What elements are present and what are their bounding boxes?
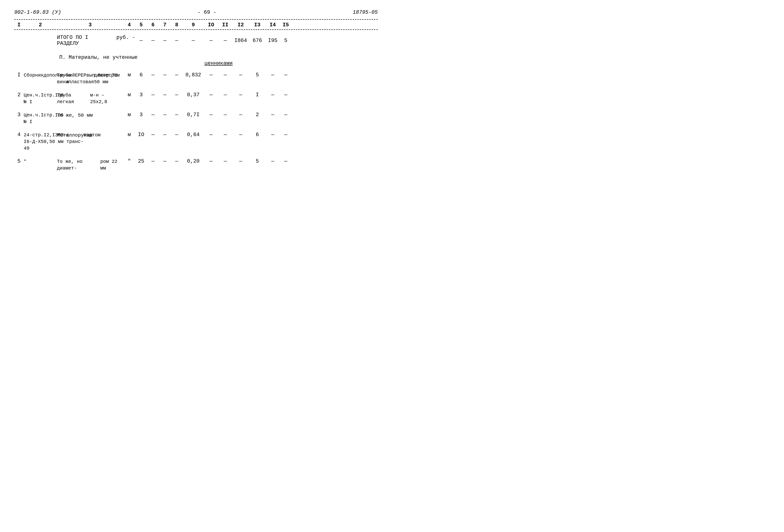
col-header-1: I	[14, 22, 24, 28]
col-header-11: II	[218, 22, 232, 28]
header-center: - 69 -	[198, 9, 216, 16]
itogo-c12: I864	[232, 38, 249, 44]
section2-title: П. Материалы, не учтенные ценниками	[59, 55, 378, 66]
itogo-c9: —	[183, 38, 204, 44]
column-headers: I 2 3 4 5 6 7 8 9 IO II I2 I3 I4 I5	[14, 21, 378, 30]
itogo-c15: 5	[280, 38, 292, 44]
itogo-c8: —	[171, 38, 183, 44]
col-header-14: I4	[265, 22, 280, 28]
section2-title-line1: П. Материалы, не учтенные	[59, 55, 378, 60]
col-header-10: IO	[204, 22, 218, 28]
top-dashed-line	[14, 19, 378, 20]
table-row: 5"То же, но диамет-ром 22 мм"25———0,20——…	[14, 157, 378, 173]
data-rows: IСборникдополне-ний кЕРЕРвып.8стр.70Труб…	[14, 70, 378, 173]
col-header-6: 6	[147, 22, 159, 28]
itogo-c11: —	[218, 38, 232, 44]
col-header-12: I2	[232, 22, 249, 28]
col-header-2: 2	[24, 22, 57, 28]
itogo-c5: —	[135, 38, 147, 44]
itogo-c7: —	[159, 38, 171, 44]
itogo-c14: I95	[265, 38, 280, 44]
col-header-15: I5	[280, 22, 292, 28]
col-header-13: I3	[249, 22, 265, 28]
itogo-c6: —	[147, 38, 159, 44]
header-left: 902-1-69.83 (У)	[14, 9, 61, 16]
itogo-c10: —	[204, 38, 218, 44]
page-header: 902-1-69.83 (У) - 69 - 18795-05	[14, 9, 378, 16]
col-header-9: 9	[183, 22, 204, 28]
table-row: IСборникдополне-ний кЕРЕРвып.8стр.70Труб…	[14, 70, 378, 87]
table-row: 424-I6-49стр.I2,I3РЗ-Д-Х50,50 ммс транс-…	[14, 130, 378, 153]
itogo-label: ИТОГО ПО I РАЗДЕЛУ руб. -	[57, 35, 135, 47]
col-header-5: 5	[135, 22, 147, 28]
table-row: 3Цен.№ Iч.Iстр.I06То же, 50 ммм3———0,7I—…	[14, 110, 378, 127]
itogo-row: ИТОГО ПО I РАЗДЕЛУ руб. - — — — — — — — …	[14, 32, 378, 49]
header-right: 18795-05	[353, 9, 378, 16]
col-header-3: 3	[57, 22, 123, 28]
col-header-7: 7	[159, 22, 171, 28]
col-header-8: 8	[171, 22, 183, 28]
itogo-c13: 676	[249, 38, 265, 44]
table-row: 2Цен.№ Iч.Iстр.I06Труба легкаям-н – 25х2…	[14, 90, 378, 107]
col-header-4: 4	[123, 22, 135, 28]
section2-title-line2: ценниками	[59, 60, 378, 66]
